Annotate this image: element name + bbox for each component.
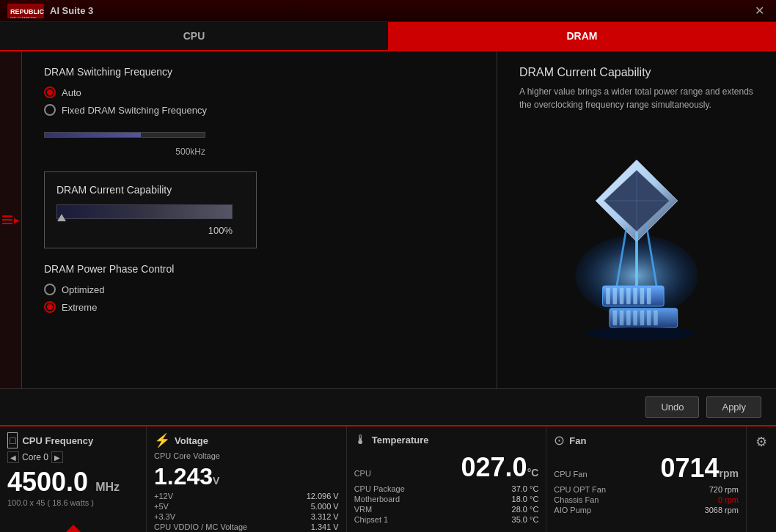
settings-section: ⚙ xyxy=(747,426,776,532)
right-panel-desc: A higher value brings a wider total powe… xyxy=(519,85,754,111)
power-phase-section: DRAM Power Phase Control Optimized Extre… xyxy=(44,263,475,313)
radio-auto-label: Auto xyxy=(62,87,81,98)
cpu-temp-row: CPU 027.0°C xyxy=(354,451,539,483)
temperature-title: Temperature xyxy=(372,435,429,446)
rog-logo: REPUBLIC OF GAMERS xyxy=(7,4,44,18)
temperature-header: 🌡 Temperature xyxy=(354,432,539,448)
voltage-unit: V xyxy=(213,475,219,487)
cpu-freq-title: CPU Frequency xyxy=(22,435,93,446)
fan-section: ⊙ Fan CPU Fan 0714rpm CPU OPT Fan 720 rp… xyxy=(546,426,747,532)
cpu-freq-section: □ CPU Frequency ◀ Core 0 ▶ 4500.0 MHz 10… xyxy=(0,426,147,532)
temperature-section: 🌡 Temperature CPU 027.0°C CPU Package 37… xyxy=(347,426,547,532)
v33-label: +3.3V xyxy=(154,512,175,521)
v12-value: 12.096 V xyxy=(307,492,339,500)
vrm-temp-label: VRM xyxy=(354,505,372,514)
chipset-temp-label: Chipset 1 xyxy=(354,515,388,524)
titlebar: REPUBLIC OF GAMERS AI Suite 3 ✕ xyxy=(0,0,776,22)
tab-dram[interactable]: DRAM xyxy=(388,22,776,50)
tab-cpu[interactable]: CPU xyxy=(0,22,388,50)
freq-detail: 100.0 x 45 ( 18.6 watts ) xyxy=(7,498,139,507)
voltage-section: ⚡ Voltage CPU Core Voltage 1.243V +12V 1… xyxy=(147,426,347,532)
svg-rect-22 xyxy=(626,311,631,325)
svg-rect-16 xyxy=(633,288,637,304)
radio-fixed[interactable]: Fixed DRAM Switching Frequency xyxy=(44,104,475,116)
voltage-title: Voltage xyxy=(175,435,208,446)
temp-number: 027.0 xyxy=(461,452,527,482)
core-next-button[interactable]: ▶ xyxy=(51,451,63,463)
svg-rect-12 xyxy=(606,288,610,304)
core-nav: ◀ Core 0 ▶ xyxy=(7,451,139,463)
chassis-fan-value: 0 rpm xyxy=(718,495,739,504)
cpu-temp-label: CPU xyxy=(354,469,371,478)
fan-row-aio: AIO Pump 3068 rpm xyxy=(554,506,739,514)
radio-optimized-circle xyxy=(44,284,56,295)
product-image xyxy=(519,123,754,374)
radio-auto[interactable]: Auto xyxy=(44,86,475,98)
svg-text:OF GAMERS: OF GAMERS xyxy=(10,16,37,18)
svg-rect-17 xyxy=(640,288,645,304)
chipset-temp-value: 35.0 °C xyxy=(512,515,539,524)
content-area: ▶ DRAM Switching Frequency Auto Fixed DR… xyxy=(0,51,776,388)
mb-temp-value: 18.0 °C xyxy=(512,495,539,503)
close-button[interactable]: ✕ xyxy=(750,2,769,19)
fan-row-chassis: Chassis Fan 0 rpm xyxy=(554,495,739,504)
cpu-fan-row: CPU Fan 0714rpm xyxy=(554,451,739,484)
fan-title: Fan xyxy=(569,435,586,446)
radio-optimized[interactable]: Optimized xyxy=(44,284,475,295)
radio-fixed-circle xyxy=(44,104,56,116)
switching-freq-options: Auto Fixed DRAM Switching Frequency xyxy=(44,86,475,116)
svg-rect-18 xyxy=(647,288,651,304)
temp-row-vrm: VRM 28.0 °C xyxy=(354,505,539,514)
voltage-row-12v: +12V 12.096 V xyxy=(154,492,339,500)
power-phase-title: DRAM Power Phase Control xyxy=(44,263,475,275)
svg-rect-20 xyxy=(613,311,618,325)
svg-text:REPUBLIC: REPUBLIC xyxy=(10,8,44,15)
freq-unit: MHz xyxy=(95,481,120,493)
v5-value: 5.000 V xyxy=(311,502,339,511)
apply-button[interactable]: Apply xyxy=(706,396,761,418)
cpu-opt-fan-value: 720 rpm xyxy=(709,485,739,494)
cpu-freq-header: □ CPU Frequency xyxy=(7,432,139,448)
radio-optimized-label: Optimized xyxy=(62,284,105,295)
power-phase-options: Optimized Extreme xyxy=(44,284,475,313)
radio-extreme[interactable]: Extreme xyxy=(44,301,475,313)
core-prev-button[interactable]: ◀ xyxy=(7,451,19,463)
capability-slider[interactable] xyxy=(56,204,233,219)
radio-auto-circle xyxy=(44,86,56,98)
undo-button[interactable]: Undo xyxy=(645,396,699,418)
svg-rect-15 xyxy=(626,288,631,304)
left-panel: DRAM Switching Frequency Auto Fixed DRAM… xyxy=(22,51,497,388)
app-title: AI Suite 3 xyxy=(50,5,93,16)
svg-rect-23 xyxy=(633,311,637,325)
cpu-fan-label: CPU Fan xyxy=(554,470,587,479)
cpu-freq-value: 4500.0 MHz xyxy=(7,469,139,495)
red-triangle-indicator xyxy=(66,525,81,532)
svg-rect-21 xyxy=(620,311,624,325)
action-buttons: Undo Apply xyxy=(0,388,776,425)
cpu-icon: □ xyxy=(7,432,18,448)
right-panel: DRAM Current Capability A higher value b… xyxy=(497,51,776,388)
cpu-package-value: 37.0 °C xyxy=(512,484,539,493)
fan-header: ⊙ Fan xyxy=(554,432,739,448)
voltage-header: ⚡ Voltage xyxy=(154,432,339,448)
sidebar-toggle[interactable]: ▶ xyxy=(0,51,22,388)
v33-value: 3.312 V xyxy=(311,512,339,521)
v5-label: +5V xyxy=(154,502,169,511)
thermometer-icon: 🌡 xyxy=(354,432,367,448)
titlebar-left: REPUBLIC OF GAMERS AI Suite 3 xyxy=(7,4,93,18)
svg-rect-24 xyxy=(640,311,645,325)
capability-value: 100% xyxy=(56,225,233,236)
freq-number: 4500.0 xyxy=(7,467,88,497)
gear-icon[interactable]: ⚙ xyxy=(755,434,767,450)
capability-title: DRAM Current Capability xyxy=(56,184,244,196)
freq-slider-track xyxy=(44,132,205,138)
svg-rect-11 xyxy=(603,286,665,306)
freq-slider-container[interactable] xyxy=(44,128,475,142)
fan-row-opt: CPU OPT Fan 720 rpm xyxy=(554,485,739,494)
freq-slider-label: 500kHz xyxy=(44,147,205,157)
svg-rect-25 xyxy=(647,311,651,325)
cpu-opt-fan-label: CPU OPT Fan xyxy=(554,485,606,494)
cpu-fan-value: 0714rpm xyxy=(660,453,739,484)
svg-rect-13 xyxy=(613,288,618,304)
vddio-value: 1.341 V xyxy=(311,522,339,531)
